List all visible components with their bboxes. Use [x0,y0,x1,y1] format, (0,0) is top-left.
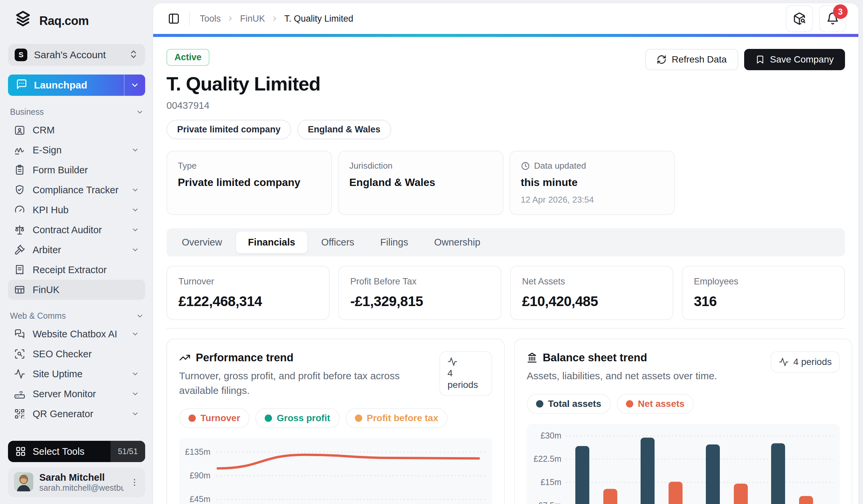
sidebar-item-arbiter[interactable]: Arbiter [8,240,145,260]
bar-total-assets [575,446,589,504]
section-web-comms-label: Web & Comms [10,311,66,321]
chart-subtitle: Turnover, gross profit, and profit befor… [179,369,432,398]
bar-net-assets [734,483,748,504]
sidebar-item-website-chatbox-ai[interactable]: Website Chatbox AI [8,324,145,344]
ytick: £22.5m [534,454,561,463]
balance-sheet-trend-card: Balance sheet trend Assets, liabilities,… [514,339,852,504]
performance-chart: £135m £90m £45m £0 [179,438,492,504]
metric-label: Profit Before Tax [350,276,489,287]
package-search-icon [793,12,806,25]
periods-badge-label: 4 periods [793,357,832,367]
chart-title: Performance trend [196,351,293,364]
gauge-icon [14,204,25,216]
user-email: sarah.mitchell@westbur... [39,483,124,493]
notification-badge: 3 [833,4,848,19]
signature-icon [14,144,25,156]
legend-profit-before-tax[interactable]: Profit before tax [346,408,448,428]
legend-turnover[interactable]: Turnover [179,408,249,428]
launchpad-button[interactable]: Launchpad [8,75,145,96]
accent-gradient-bar [153,34,858,37]
chevron-right-icon [271,15,278,22]
legend-dot [626,400,633,408]
scales-icon [14,224,25,235]
section-web-comms[interactable]: Web & Comms [10,311,144,321]
metric-turnover: Turnover £122,468,314 [166,266,329,320]
tab-officers[interactable]: Officers [309,232,366,253]
refresh-icon [656,54,666,65]
dots-vertical-icon[interactable] [130,478,139,487]
user-card[interactable]: Sarah Mitchell sarah.mitchell@westbur... [8,467,145,497]
pulse-icon [448,357,458,366]
info-cards: Type Private limited company Jurisdictio… [166,151,845,215]
balance-chart-svg: £30m £22.5m £15m £7.5m [527,428,839,504]
sidebar-item-form-builder[interactable]: Form Builder [8,160,145,180]
balance-legend: Total assets Net assets [527,394,840,414]
select-tools-count-badge: 51/51 [111,441,145,462]
bar-net-assets [603,489,617,504]
sidebar-item-seo-checker[interactable]: SEO Checker [8,344,145,364]
select-tools-button[interactable]: Select Tools 51/51 [8,441,145,462]
tab-filings[interactable]: Filings [368,232,420,253]
info-card-label: Data updated [534,161,586,171]
sidebar-item-finuk[interactable]: FinUK [8,280,145,300]
sidebar-item-compliance-tracker[interactable]: Compliance Tracker [8,180,145,200]
bar-total-assets [706,444,720,504]
clock-icon [521,161,530,171]
company-header: Active T. Quality Limited 00437914 Priva… [166,49,845,139]
periods-badge: 4 periods [771,351,840,373]
breadcrumb-current: T. Quality Limited [284,14,353,24]
avatar [14,472,33,493]
section-business-label: Business [10,107,43,117]
balance-chart: £30m £22.5m £15m £7.5m [527,424,840,504]
sidebar-item-server-monitor[interactable]: Server Monitor [8,384,145,404]
section-business[interactable]: Business [10,107,144,117]
chart-title: Balance sheet trend [543,351,647,364]
user-name: Sarah Mitchell [39,472,124,483]
legend-total-assets[interactable]: Total assets [527,394,611,414]
refresh-data-button[interactable]: Refresh Data [645,49,738,70]
metric-label: Net Assets [522,276,661,287]
legend-net-assets[interactable]: Net assets [617,394,694,414]
tab-ownership[interactable]: Ownership [422,232,492,253]
pulse-icon [779,357,789,367]
chevron-down-icon [136,312,144,320]
package-search-button[interactable] [786,5,813,32]
info-card-label: Type [178,161,321,171]
metric-value: £10,420,485 [522,294,661,309]
sidebar-toggle-button[interactable] [168,13,180,25]
sidebar-item-crm[interactable]: CRM [8,120,145,140]
trending-up-icon [179,352,190,363]
sidebar: Raq.com S Sarah's Account Launchpad Busi… [0,0,153,504]
sidebar-item-kpi-hub[interactable]: KPI Hub [8,200,145,220]
tab-overview[interactable]: Overview [170,232,234,253]
performance-chart-svg: £135m £90m £45m £0 [180,443,491,504]
sidebar-item-label: Server Monitor [33,389,124,400]
sidebar-item-label: KPI Hub [33,205,124,216]
tab-financials[interactable]: Financials [236,232,307,253]
clipboard-icon [14,164,25,176]
refresh-data-label: Refresh Data [672,54,727,65]
accounts-summary-bar: Accounts to: 31 Dec 2024 Period from: 01… [166,328,845,329]
legend-gross-profit[interactable]: Gross profit [255,408,339,428]
legend-dot [265,414,272,422]
sidebar-item-label: CRM [33,125,54,136]
breadcrumb-finuk[interactable]: FinUK [240,14,265,24]
breadcrumb-tools[interactable]: Tools [200,14,221,24]
select-tools-label: Select Tools [33,446,85,457]
activity-icon [14,368,25,379]
topbar: Tools FinUK T. Quality Limited 3 [153,3,858,34]
launchpad-label: Launchpad [34,79,87,91]
notifications-button[interactable]: 3 [819,5,846,32]
metric-label: Employees [694,276,833,287]
sidebar-item-receipt-extractor[interactable]: Receipt Extractor [8,260,145,280]
sidebar-item-contract-auditor[interactable]: Contract Auditor [8,220,145,240]
sidebar-item-e-sign[interactable]: E-Sign [8,140,145,160]
info-card-data-updated: Data updated this minute 12 Apr 2026, 23… [510,151,675,215]
launchpad-caret[interactable] [124,75,145,96]
info-card-timestamp: 12 Apr 2026, 23:54 [521,195,664,205]
save-company-button[interactable]: Save Company [744,49,845,70]
account-switcher[interactable]: S Sarah's Account [8,44,145,66]
sidebar-item-qr-generator[interactable]: QR Generator [8,404,145,424]
sidebar-item-site-uptime[interactable]: Site Uptime [8,364,145,384]
sidebar-item-label: FinUK [33,284,60,295]
